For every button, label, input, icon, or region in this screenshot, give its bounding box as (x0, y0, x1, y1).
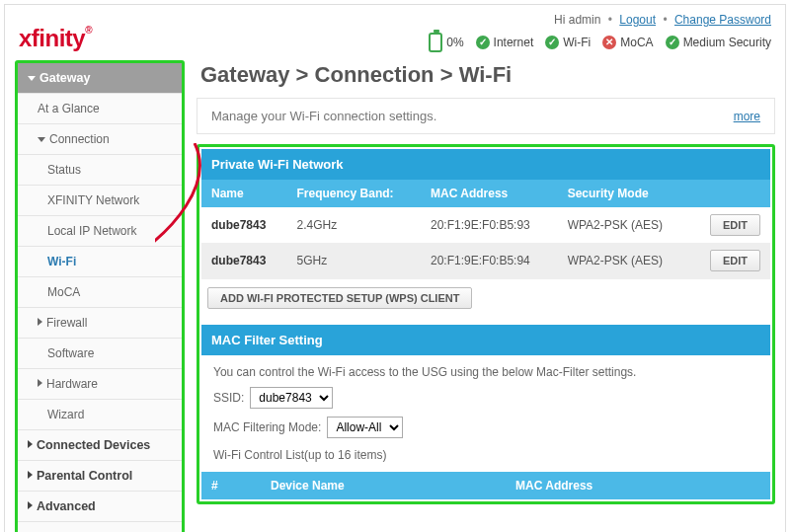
sidebar-item-status[interactable]: Status (18, 155, 182, 186)
breadcrumb: Gateway > Connection > Wi-Fi (200, 62, 775, 88)
change-password-link[interactable]: Change Password (674, 13, 771, 27)
sidebar-item-parental-control[interactable]: Parental Control (18, 461, 182, 492)
col-index: # (211, 479, 271, 493)
control-list-caption: Wi-Fi Control List(up to 16 items) (213, 448, 758, 462)
chevron-down-icon (38, 137, 45, 142)
top-bar: xfinity® Hi admin • Logout • Change Pass… (15, 11, 775, 60)
sidebar-item-advanced[interactable]: Advanced (18, 492, 182, 522)
wps-row: ADD WI-FI PROTECTED SETUP (WPS) CLIENT (201, 279, 770, 318)
status-moca: ✕MoCA (602, 36, 653, 49)
x-icon: ✕ (602, 36, 616, 49)
container: Gateway At a Glance Connection Status XF… (15, 60, 775, 532)
mode-label: MAC Filtering Mode: (213, 420, 321, 434)
sidebar-item-wifi[interactable]: Wi-Fi (18, 247, 182, 277)
sidebar-item-firewall[interactable]: Firewall (18, 308, 182, 339)
top-right: Hi admin • Logout • Change Password 0% ✓… (429, 13, 771, 52)
sidebar-item-xfinity-network[interactable]: XFINITY Network (18, 186, 182, 216)
check-icon: ✓ (476, 36, 490, 49)
mac-mode-select[interactable]: Allow-All (327, 417, 403, 438)
section-private-wifi: Private Wi-Fi Network (201, 149, 770, 180)
content-box: Private Wi-Fi Network Name Frequency Ban… (197, 144, 775, 504)
control-list-header: # Device Name MAC Address (201, 472, 770, 499)
chevron-right-icon (28, 471, 33, 479)
col-band: Frequency Band: (287, 180, 422, 207)
col-mac: MAC Address (421, 180, 558, 207)
app-frame: xfinity® Hi admin • Logout • Change Pass… (4, 4, 786, 532)
logout-link[interactable]: Logout (619, 13, 656, 27)
battery-status: 0% (429, 33, 463, 52)
sidebar-item-gateway[interactable]: Gateway (18, 63, 182, 94)
edit-button[interactable]: EDIT (710, 214, 760, 236)
main-area: Gateway > Connection > Wi-Fi Manage your… (197, 60, 775, 532)
chevron-right-icon (28, 440, 33, 448)
ssid-label: SSID: (213, 391, 244, 405)
col-mac-address: MAC Address (515, 479, 760, 493)
add-wps-button[interactable]: ADD WI-FI PROTECTED SETUP (WPS) CLIENT (207, 287, 472, 309)
sidebar-item-connection[interactable]: Connection (18, 124, 182, 155)
status-line: 0% ✓Internet ✓Wi-Fi ✕MoCA ✓Medium Securi… (429, 33, 771, 52)
sidebar-item-moca[interactable]: MoCA (18, 277, 182, 308)
status-security: ✓Medium Security (666, 36, 771, 49)
chevron-right-icon (28, 501, 33, 509)
more-link[interactable]: more (734, 110, 760, 123)
greeting: Hi admin (554, 13, 600, 27)
mac-filter-body: You can control the Wi-Fi access to the … (201, 355, 770, 472)
edit-button[interactable]: EDIT (710, 250, 760, 271)
sidebar-item-troubleshooting[interactable]: Troubleshooting (18, 522, 182, 532)
intro-text: Manage your Wi-Fi connection settings. (211, 109, 436, 123)
chevron-right-icon (38, 379, 42, 387)
chevron-right-icon (38, 318, 42, 326)
sidebar-item-software[interactable]: Software (18, 339, 182, 369)
table-row: dube7843 5GHz 20:F1:9E:F0:B5:94 WPA2-PSK… (201, 243, 770, 279)
wifi-networks-table: Name Frequency Band: MAC Address Securit… (201, 180, 770, 317)
mac-filter-intro: You can control the Wi-Fi access to the … (213, 365, 758, 379)
sidebar-item-local-ip[interactable]: Local IP Network (18, 216, 182, 247)
brand-logo: xfinity® (19, 25, 92, 52)
check-icon: ✓ (545, 36, 559, 49)
intro-panel: Manage your Wi-Fi connection settings. m… (197, 98, 775, 134)
check-icon: ✓ (666, 36, 679, 49)
col-security: Security Mode (558, 180, 690, 207)
sidebar-item-at-a-glance[interactable]: At a Glance (18, 94, 182, 124)
status-internet: ✓Internet (476, 36, 534, 49)
sidebar: Gateway At a Glance Connection Status XF… (15, 60, 185, 532)
ssid-select[interactable]: dube7843 (250, 387, 333, 409)
sidebar-item-wizard[interactable]: Wizard (18, 400, 182, 430)
col-device-name: Device Name (271, 479, 515, 493)
sidebar-item-connected-devices[interactable]: Connected Devices (18, 430, 182, 461)
section-mac-filter: MAC Filter Setting (201, 325, 770, 355)
col-name: Name (201, 180, 287, 207)
battery-icon (429, 33, 442, 52)
chevron-down-icon (28, 76, 36, 81)
sidebar-item-hardware[interactable]: Hardware (18, 369, 182, 400)
table-row: dube7843 2.4GHz 20:F1:9E:F0:B5:93 WPA2-P… (201, 207, 770, 243)
status-wifi: ✓Wi-Fi (545, 36, 591, 49)
